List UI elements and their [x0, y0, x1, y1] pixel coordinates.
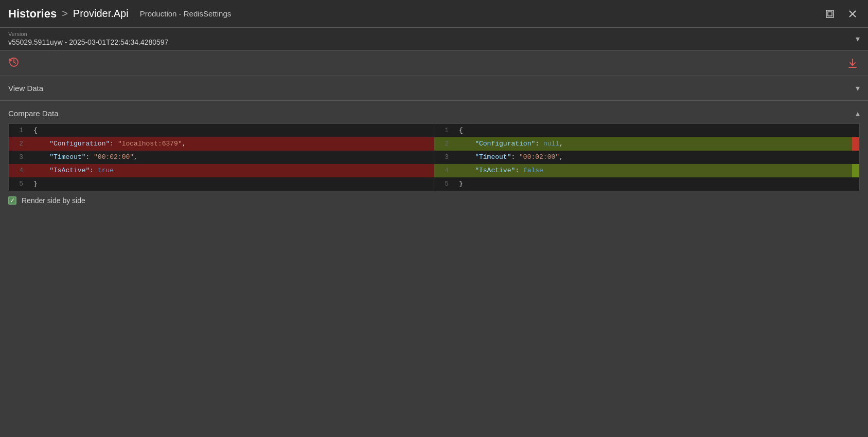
diff-left-linenum-2: 2: [9, 137, 29, 151]
diff-right-line-3: 3 "Timeout": "00:02:00",: [434, 151, 852, 164]
svg-rect-1: [828, 12, 832, 16]
maximize-icon: [825, 9, 835, 19]
compare-data-label: Compare Data: [8, 109, 59, 118]
title-bar: Histories > Provider.Api Production - Re…: [0, 0, 868, 28]
view-data-section: View Data ▾: [0, 76, 868, 101]
diff-left-content-4: "IsActive": true: [29, 164, 434, 177]
margin-5: [852, 177, 859, 191]
view-data-header[interactable]: View Data ▾: [0, 76, 868, 101]
diff-right-line-1: 1 {: [434, 124, 852, 137]
diff-left-linenum-3: 3: [9, 151, 29, 164]
diff-left-linenum-1: 1: [9, 124, 29, 137]
version-chevron-icon: ▾: [856, 34, 860, 44]
diff-left-line-4: 4 "IsActive": true: [9, 164, 434, 177]
app-container: Histories > Provider.Api Production - Re…: [0, 0, 868, 437]
compare-data-chevron-icon: ▴: [856, 108, 860, 118]
checkbox-row: ✓ Render side by side: [0, 191, 868, 205]
diff-right-line-2: 2 "Configuration": null,: [434, 137, 852, 151]
view-data-label: View Data: [8, 84, 43, 93]
close-icon: [848, 10, 857, 18]
diff-pane-left: 1 { 2 "Configuration": "localhost:6379",…: [9, 124, 434, 191]
version-label: Version: [8, 31, 168, 37]
history-clock-icon: [8, 57, 20, 68]
checkbox-check-icon: ✓: [10, 197, 15, 204]
download-icon: [847, 58, 858, 69]
maximize-button[interactable]: [823, 7, 837, 21]
page-title-histories: Histories: [8, 7, 57, 21]
diff-right-linenum-2: 2: [434, 137, 455, 151]
close-button[interactable]: [845, 7, 860, 21]
diff-left-line-3: 3 "Timeout": "00:02:00",: [9, 151, 434, 164]
diff-right-line-5: 5 }: [434, 177, 852, 191]
margin-1: [852, 124, 859, 137]
diff-right-linenum-5: 5: [434, 177, 455, 191]
version-value: v55029.5911uyw - 2025-03-01T22:54:34.428…: [8, 38, 168, 46]
diff-right-content-4: "IsActive": false: [455, 164, 852, 177]
render-side-by-side-label: Render side by side: [22, 196, 85, 205]
diff-left-content-1: {: [29, 124, 434, 137]
version-inner: Version v55029.5911uyw - 2025-03-01T22:5…: [8, 31, 168, 46]
page-subtitle: Production - RedisSettings: [140, 9, 232, 18]
breadcrumb-separator: >: [62, 8, 68, 20]
margin-3: [852, 151, 859, 164]
download-button[interactable]: [845, 56, 860, 70]
diff-left-content-5: }: [29, 177, 434, 191]
render-side-by-side-checkbox[interactable]: ✓: [8, 196, 16, 205]
svg-rect-0: [826, 10, 834, 17]
diff-right-lines: 1 { 2 "Configuration": null, 3 "Timeout"…: [434, 124, 852, 191]
margin-4: [852, 164, 859, 177]
history-icon: [8, 57, 20, 70]
diff-right-content-3: "Timeout": "00:02:00",: [455, 151, 852, 164]
margin-2: [852, 137, 859, 151]
diff-right-line-4: 4 "IsActive": false: [434, 164, 852, 177]
diff-left-content-2: "Configuration": "localhost:6379",: [29, 137, 434, 151]
diff-right-linenum-1: 1: [434, 124, 455, 137]
title-bar-actions: [823, 7, 860, 21]
compare-data-section: Compare Data ▴ 1 { 2 "Configuration": "l…: [0, 101, 868, 437]
diff-right-linenum-4: 4: [434, 164, 455, 177]
diff-right-content-5: }: [455, 177, 852, 191]
diff-left-linenum-4: 4: [9, 164, 29, 177]
diff-left-line-1: 1 {: [9, 124, 434, 137]
page-title-provider: Provider.Api: [73, 8, 129, 20]
diff-right-linenum-3: 3: [434, 151, 455, 164]
diff-left-content-3: "Timeout": "00:02:00",: [29, 151, 434, 164]
version-bar[interactable]: Version v55029.5911uyw - 2025-03-01T22:5…: [0, 28, 868, 51]
diff-left-linenum-5: 5: [9, 177, 29, 191]
diff-container: 1 { 2 "Configuration": "localhost:6379",…: [8, 123, 860, 191]
view-data-chevron-icon: ▾: [856, 83, 860, 93]
diff-left-line-2: 2 "Configuration": "localhost:6379",: [9, 137, 434, 151]
diff-pane-right: 1 { 2 "Configuration": null, 3 "Timeout"…: [434, 124, 859, 191]
content-area: View Data ▾ Compare Data ▴ 1 {: [0, 51, 868, 437]
diff-right-content-2: "Configuration": null,: [455, 137, 852, 151]
compare-data-header[interactable]: Compare Data ▴: [0, 101, 868, 123]
toolbar-row: [0, 51, 868, 76]
diff-left-line-5: 5 }: [9, 177, 434, 191]
diff-right-content-1: {: [455, 124, 852, 137]
diff-right-margin: [852, 124, 859, 191]
title-bar-left: Histories > Provider.Api Production - Re…: [8, 7, 231, 21]
